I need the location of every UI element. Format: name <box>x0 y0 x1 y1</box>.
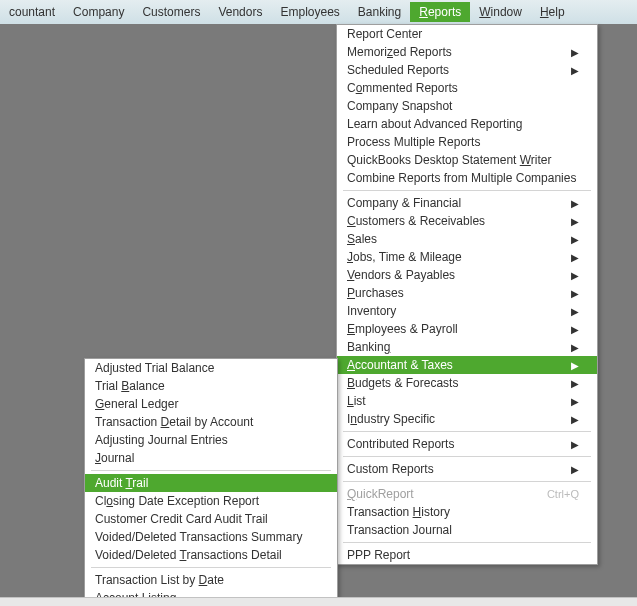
submenu-arrow-icon: ▶ <box>571 360 579 371</box>
menu-item-label: Report Center <box>347 27 579 41</box>
menu-customers[interactable]: Customers <box>133 2 209 22</box>
submenu-arrow-icon: ▶ <box>571 324 579 335</box>
submenu-arrow-icon: ▶ <box>571 378 579 389</box>
menu-banking[interactable]: Banking <box>349 2 410 22</box>
acct-taxes-item-adjusting-journal-entries[interactable]: Adjusting Journal Entries <box>85 431 337 449</box>
reports-item-transaction-history[interactable]: Transaction History <box>337 503 597 521</box>
submenu-arrow-icon: ▶ <box>571 288 579 299</box>
menu-item-label: Journal <box>95 451 319 465</box>
reports-item-contributed-reports[interactable]: Contributed Reports▶ <box>337 435 597 453</box>
submenu-arrow-icon: ▶ <box>571 396 579 407</box>
acct-taxes-item-customer-credit-card-audit-trail[interactable]: Customer Credit Card Audit Trail <box>85 510 337 528</box>
reports-item-accountant-taxes[interactable]: Accountant & Taxes▶ <box>337 356 597 374</box>
menu-item-label: Custom Reports <box>347 462 551 476</box>
reports-separator <box>343 456 591 457</box>
reports-item-memorized-reports[interactable]: Memorized Reports▶ <box>337 43 597 61</box>
menu-item-label: Banking <box>347 340 551 354</box>
status-strip <box>0 597 637 606</box>
menu-item-label: Customers & Receivables <box>347 214 551 228</box>
menu-item-label: Learn about Advanced Reporting <box>347 117 579 131</box>
acct-taxes-item-voided-deleted-transactions-detail[interactable]: Voided/Deleted Transactions Detail <box>85 546 337 564</box>
acct-taxes-separator <box>91 567 331 568</box>
reports-item-quickreport: QuickReportCtrl+Q <box>337 485 597 503</box>
reports-item-combine-reports-from-multiple-companies[interactable]: Combine Reports from Multiple Companies <box>337 169 597 187</box>
menu-employees[interactable]: Employees <box>271 2 348 22</box>
reports-item-learn-about-advanced-reporting[interactable]: Learn about Advanced Reporting <box>337 115 597 133</box>
acct-taxes-item-transaction-detail-by-account[interactable]: Transaction Detail by Account <box>85 413 337 431</box>
reports-item-company-snapshot[interactable]: Company Snapshot <box>337 97 597 115</box>
submenu-arrow-icon: ▶ <box>571 216 579 227</box>
reports-item-jobs-time-mileage[interactable]: Jobs, Time & Mileage▶ <box>337 248 597 266</box>
menu-item-label: QuickBooks Desktop Statement Writer <box>347 153 579 167</box>
accountant-taxes-submenu: Adjusted Trial BalanceTrial BalanceGener… <box>84 358 338 600</box>
submenu-arrow-icon: ▶ <box>571 270 579 281</box>
reports-separator <box>343 190 591 191</box>
submenu-arrow-icon: ▶ <box>571 464 579 475</box>
acct-taxes-item-closing-date-exception-report[interactable]: Closing Date Exception Report <box>85 492 337 510</box>
menu-help[interactable]: Help <box>531 2 574 22</box>
reports-item-budgets-forecasts[interactable]: Budgets & Forecasts▶ <box>337 374 597 392</box>
menu-item-label: Transaction History <box>347 505 579 519</box>
reports-item-commented-reports[interactable]: Commented Reports <box>337 79 597 97</box>
menu-item-label: Sales <box>347 232 551 246</box>
menu-item-label: Process Multiple Reports <box>347 135 579 149</box>
menu-item-label: Voided/Deleted Transactions Detail <box>95 548 319 562</box>
reports-item-sales[interactable]: Sales▶ <box>337 230 597 248</box>
reports-separator <box>343 481 591 482</box>
menu-item-label: Closing Date Exception Report <box>95 494 319 508</box>
submenu-arrow-icon: ▶ <box>571 439 579 450</box>
menu-item-label: Combine Reports from Multiple Companies <box>347 171 579 185</box>
reports-item-company-financial[interactable]: Company & Financial▶ <box>337 194 597 212</box>
menu-item-label: Customer Credit Card Audit Trail <box>95 512 319 526</box>
submenu-arrow-icon: ▶ <box>571 234 579 245</box>
menu-item-label: Contributed Reports <box>347 437 551 451</box>
acct-taxes-item-general-ledger[interactable]: General Ledger <box>85 395 337 413</box>
menu-item-label: Commented Reports <box>347 81 579 95</box>
reports-item-ppp-report[interactable]: PPP Report <box>337 546 597 564</box>
menu-item-label: Scheduled Reports <box>347 63 551 77</box>
submenu-arrow-icon: ▶ <box>571 342 579 353</box>
menu-item-label: PPP Report <box>347 548 579 562</box>
reports-item-customers-receivables[interactable]: Customers & Receivables▶ <box>337 212 597 230</box>
acct-taxes-item-voided-deleted-transactions-summary[interactable]: Voided/Deleted Transactions Summary <box>85 528 337 546</box>
reports-separator <box>343 542 591 543</box>
reports-separator <box>343 431 591 432</box>
reports-item-inventory[interactable]: Inventory▶ <box>337 302 597 320</box>
menu-reports[interactable]: Reports <box>410 2 470 22</box>
menubar: countantCompanyCustomersVendorsEmployees… <box>0 0 637 25</box>
reports-item-purchases[interactable]: Purchases▶ <box>337 284 597 302</box>
reports-item-transaction-journal[interactable]: Transaction Journal <box>337 521 597 539</box>
reports-item-employees-payroll[interactable]: Employees & Payroll▶ <box>337 320 597 338</box>
reports-item-scheduled-reports[interactable]: Scheduled Reports▶ <box>337 61 597 79</box>
menu-item-label: Jobs, Time & Mileage <box>347 250 551 264</box>
menu-window[interactable]: Window <box>470 2 531 22</box>
reports-item-quickbooks-desktop-statement-writer[interactable]: QuickBooks Desktop Statement Writer <box>337 151 597 169</box>
acct-taxes-item-trial-balance[interactable]: Trial Balance <box>85 377 337 395</box>
menu-company[interactable]: Company <box>64 2 133 22</box>
reports-item-industry-specific[interactable]: Industry Specific▶ <box>337 410 597 428</box>
reports-item-list[interactable]: List▶ <box>337 392 597 410</box>
menu-countant[interactable]: countant <box>0 2 64 22</box>
reports-item-banking[interactable]: Banking▶ <box>337 338 597 356</box>
acct-taxes-item-audit-trail[interactable]: Audit Trail <box>85 474 337 492</box>
menu-item-label: List <box>347 394 551 408</box>
menu-item-label: Employees & Payroll <box>347 322 551 336</box>
acct-taxes-item-journal[interactable]: Journal <box>85 449 337 467</box>
reports-item-process-multiple-reports[interactable]: Process Multiple Reports <box>337 133 597 151</box>
acct-taxes-item-transaction-list-by-date[interactable]: Transaction List by Date <box>85 571 337 589</box>
reports-item-vendors-payables[interactable]: Vendors & Payables▶ <box>337 266 597 284</box>
menu-item-label: Transaction List by Date <box>95 573 319 587</box>
menu-item-label: Vendors & Payables <box>347 268 551 282</box>
acct-taxes-separator <box>91 470 331 471</box>
menu-item-label: Company Snapshot <box>347 99 579 113</box>
acct-taxes-item-adjusted-trial-balance[interactable]: Adjusted Trial Balance <box>85 359 337 377</box>
submenu-arrow-icon: ▶ <box>571 198 579 209</box>
menu-item-label: Purchases <box>347 286 551 300</box>
reports-dropdown-menu: Report CenterMemorized Reports▶Scheduled… <box>336 24 598 565</box>
menu-item-label: Accountant & Taxes <box>347 358 551 372</box>
reports-item-report-center[interactable]: Report Center <box>337 25 597 43</box>
menu-item-label: Memorized Reports <box>347 45 551 59</box>
menu-vendors[interactable]: Vendors <box>209 2 271 22</box>
submenu-arrow-icon: ▶ <box>571 252 579 263</box>
reports-item-custom-reports[interactable]: Custom Reports▶ <box>337 460 597 478</box>
